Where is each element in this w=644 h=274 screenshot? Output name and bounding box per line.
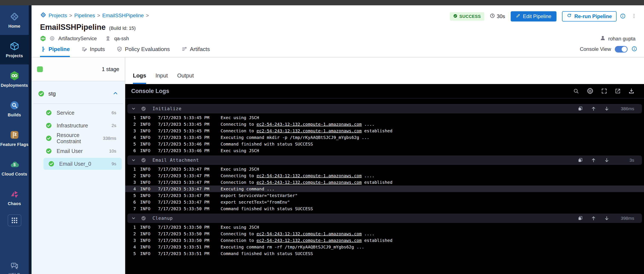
tab-policy-evaluations[interactable]: Policy Evaluations — [116, 41, 170, 57]
sidebar-item-chaos[interactable]: Chaos — [0, 183, 29, 212]
info-icon[interactable] — [620, 13, 626, 20]
log-text: Connection to — [221, 180, 256, 185]
stage-name: stg — [48, 90, 56, 97]
harness-logo-icon — [40, 12, 46, 19]
arrow-up-icon[interactable] — [591, 216, 596, 221]
edit-pipeline-button[interactable]: Edit Pipeline — [511, 11, 556, 21]
console-tab-input[interactable]: Input — [156, 72, 168, 84]
infra-tag: qa-ssh — [114, 36, 129, 41]
log-timestamp: 7/17/2023 5:33:47 PM — [158, 186, 209, 192]
sidebar-nav: HomeProjectsDeploymentsBuildsFeature Fla… — [0, 5, 29, 212]
check-circle-icon — [46, 135, 52, 141]
step-name: Email User — [57, 148, 83, 154]
log-text: export ServiceVar="testVarSer" — [221, 193, 298, 198]
chevron-down-icon[interactable] — [131, 216, 136, 221]
sidebar-item-projects[interactable]: Projects — [0, 35, 29, 64]
log-line: 1INFO7/17/2023 5:33:45 PMExec using JSCH — [125, 114, 644, 121]
console-tab-logs[interactable]: Logs — [133, 72, 146, 84]
step-row-infrastructure[interactable]: Infrastructure2s — [32, 119, 125, 132]
step-name: Service — [57, 110, 74, 116]
inputs-icon — [81, 46, 87, 52]
arrow-down-icon[interactable] — [604, 216, 610, 221]
stage-row-stg[interactable]: stg — [32, 87, 125, 100]
shield-check-icon — [116, 46, 122, 52]
execution-content: 1 stage stg Service6sInfrastructure2sRes… — [32, 57, 644, 274]
console-tab-output[interactable]: Output — [177, 72, 194, 84]
log-line: 5INFO7/17/2023 5:33:47 PMexport ServiceV… — [125, 192, 644, 199]
log-link[interactable]: ec2-54-243-12-132.compute-1.amazonaws.co… — [256, 238, 362, 243]
rerun-group: Re-run Pipeline — [562, 11, 626, 21]
sidebar-item-feature-flags[interactable]: Feature Flags — [0, 124, 29, 153]
sidebar-item-cloud-costs[interactable]: $Cloud Costs — [0, 153, 29, 183]
apps-grid-button[interactable] — [8, 215, 21, 226]
breadcrumb-pipelines[interactable]: Pipelines — [74, 12, 95, 18]
log-timestamp: 7/17/2023 5:33:51 PM — [158, 245, 209, 250]
console-view-toggle[interactable] — [615, 46, 628, 52]
log-level: INFO — [140, 238, 153, 243]
log-level: INFO — [140, 115, 153, 120]
log-section-header-email-attachment[interactable]: Email Attachment3s — [127, 156, 642, 165]
search-icon[interactable] — [573, 88, 579, 94]
breadcrumb-separator: > — [69, 12, 72, 18]
log-section-header-cleanup[interactable]: Cleanup398ms — [127, 214, 642, 223]
sidebar-item-label: Chaos — [8, 201, 21, 206]
download-icon[interactable] — [628, 88, 635, 94]
sidebar-item-deployments[interactable]: Deployments — [0, 64, 29, 94]
step-row-email-user-0[interactable]: Email User_09s — [44, 158, 122, 170]
tab-inputs[interactable]: Inputs — [81, 41, 105, 57]
log-level: INFO — [140, 251, 153, 256]
rerun-pipeline-button[interactable]: Re-run Pipeline — [562, 11, 616, 21]
sidebar-item-home[interactable]: Home — [0, 5, 29, 35]
home-logo-icon — [10, 12, 20, 21]
log-message: Command finished with status SUCCESS — [221, 206, 313, 211]
log-line: 2INFO7/17/2023 5:33:50 PMConnecting to e… — [125, 230, 644, 237]
arrow-up-icon[interactable] — [591, 106, 596, 111]
arrow-down-icon[interactable] — [604, 157, 610, 163]
arrow-down-icon[interactable] — [604, 106, 610, 111]
tab-artifacts[interactable]: Artifacts — [182, 41, 210, 57]
log-line-number: 1 — [127, 225, 136, 230]
step-duration: 9s — [112, 161, 116, 166]
build-id: (Build Id: 15) — [109, 25, 136, 31]
info-icon[interactable] — [632, 46, 637, 52]
tab-label: Inputs — [90, 46, 105, 52]
sidebar-item-builds[interactable]: Builds — [0, 94, 29, 124]
log-link[interactable]: ec2-54-243-12-132.compute-1.amazonaws.co… — [256, 122, 362, 127]
tab-label: Policy Evaluations — [125, 46, 170, 52]
console-toolbar — [573, 87, 635, 95]
log-link[interactable]: ec2-54-243-12-132.compute-1.amazonaws.co… — [256, 231, 362, 236]
copy-icon[interactable] — [578, 216, 583, 221]
tab-pipeline[interactable]: Pipeline — [40, 41, 70, 57]
log-message: export secretText="fromEnv" — [221, 200, 290, 205]
kebab-menu-icon[interactable] — [631, 13, 637, 19]
log-message: export ServiceVar="testVarSer" — [221, 193, 298, 198]
console-view-label: Console View — [580, 46, 611, 52]
log-timestamp: 7/17/2023 5:33:47 PM — [158, 167, 209, 172]
arrow-up-icon[interactable] — [591, 157, 596, 163]
sidebar-help[interactable]: ? HELP — [0, 262, 29, 274]
log-link[interactable]: ec2-54-243-12-132.compute-1.amazonaws.co… — [256, 173, 362, 178]
step-row-service[interactable]: Service6s — [32, 106, 125, 119]
gear-icon[interactable] — [586, 87, 594, 95]
step-row-resource-constraint[interactable]: Resource Constraint338ms — [32, 132, 125, 145]
log-section-header-initialize[interactable]: Initialize386ms — [127, 104, 642, 113]
log-text: Exec using JSCH — [221, 148, 259, 153]
copy-icon[interactable] — [578, 106, 583, 111]
log-link[interactable]: ec2-54-243-12-132.compute-1.amazonaws.co… — [256, 180, 362, 185]
open-in-new-icon[interactable] — [614, 88, 621, 94]
log-line: 3INFO7/17/2023 5:33:47 PMConnection to e… — [125, 179, 644, 186]
check-circle-icon — [38, 90, 44, 97]
log-message: Connection to ec2-54-243-12-132.compute-… — [221, 180, 392, 185]
main-area: Projects > Pipelines > EmailSSHPipeline … — [32, 5, 644, 274]
chevron-up-icon[interactable] — [112, 90, 118, 97]
log-line: 1INFO7/17/2023 5:33:47 PMExec using JSCH — [125, 166, 644, 172]
copy-icon[interactable] — [578, 157, 583, 163]
log-link[interactable]: ec2-54-243-12-132.compute-1.amazonaws.co… — [256, 128, 362, 133]
breadcrumb-projects[interactable]: Projects — [48, 12, 67, 18]
fullscreen-icon[interactable] — [601, 88, 607, 94]
step-row-email-user[interactable]: Email User10s — [32, 145, 125, 157]
chevron-down-icon[interactable] — [131, 106, 136, 111]
breadcrumb-pipeline-name[interactable]: EmailSSHPipeline — [102, 12, 144, 18]
chevron-down-icon[interactable] — [131, 158, 136, 163]
log-line: 6INFO7/17/2023 5:33:47 PMexport secretTe… — [125, 199, 644, 205]
